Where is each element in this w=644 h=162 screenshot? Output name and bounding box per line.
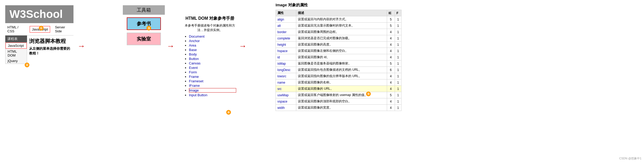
- prop-f: 1: [395, 67, 401, 73]
- table-row: id设置或返回图像的 id。41: [276, 54, 402, 60]
- table-header: 描述: [296, 10, 387, 16]
- table-row: border设置或返回图像周围的边框。41: [276, 29, 402, 35]
- prop-name[interactable]: name: [276, 79, 296, 86]
- props-table: 属性描述IEFalign设置或返回与内联内容的对齐方式。51alt设置或返回无法…: [276, 10, 402, 111]
- prop-ie: 5: [387, 23, 395, 29]
- table-row: longDesc设置或返回指向包含图像描述的文档的 URL。61: [276, 67, 402, 73]
- ref-button[interactable]: 参考书: [127, 17, 161, 30]
- img-props-panel: Image 对象的属性 属性描述IEFalign设置或返回与内联内容的对齐方式。…: [276, 3, 402, 111]
- dom-list-item[interactable]: Frame: [189, 75, 236, 79]
- prop-desc: 返回浏览器是否已完成对图像的加载。: [296, 35, 387, 42]
- table-row: name设置或返回图像的名称。41: [276, 79, 402, 86]
- prop-desc: 设置或返回客户端图像映射的 usemap 属性的值。: [296, 92, 387, 98]
- dom-panel: HTML DOM 对象参考手册 本参考手册描述每个对象的属性和方法，并提供实例。…: [184, 16, 236, 98]
- table-row: src设置或返回图像的 URL。41: [276, 86, 402, 92]
- prop-name[interactable]: lowsrc: [276, 73, 296, 79]
- prop-name[interactable]: useMap: [276, 92, 296, 98]
- prop-desc: 设置或返回图像的宽度。: [296, 105, 387, 111]
- dom-list-item[interactable]: Base: [189, 48, 236, 52]
- prop-f: 1: [395, 23, 401, 29]
- table-row: vspace设置或返回图像的顶部和底部的空白。41: [276, 98, 402, 105]
- dom-list-item[interactable]: Canvas: [189, 61, 236, 65]
- circle-2: ②: [25, 63, 29, 67]
- arrow-2: →: [167, 42, 175, 50]
- prop-ie: 4: [387, 79, 395, 86]
- prop-name[interactable]: longDesc: [276, 67, 296, 73]
- dom-list-item[interactable]: Frameset: [189, 79, 236, 83]
- prop-desc: 设置或返回图像的名称。: [296, 79, 387, 86]
- prop-f: 1: [395, 92, 401, 98]
- prop-desc: 设置或返回无法显示图像时的替代文本。: [296, 23, 387, 29]
- prop-f: 1: [395, 54, 401, 60]
- prop-ie: 5: [387, 60, 395, 67]
- prop-desc: 返回图像是否是服务器端的图像映射。: [296, 60, 387, 67]
- prop-ie: 4: [387, 48, 395, 54]
- prop-ie: 4: [387, 54, 395, 60]
- dom-list-item[interactable]: Anchor: [189, 39, 236, 43]
- prop-name[interactable]: id: [276, 54, 296, 60]
- watermark: CSDN @想象中1: [619, 156, 641, 160]
- img-props-title: Image 对象的属性: [276, 3, 402, 8]
- prop-name[interactable]: isMap: [276, 60, 296, 67]
- prop-desc: 设置或返回指向图像的低分辨率版本的 URL。: [296, 73, 387, 79]
- w3school-logo: W3School: [5, 5, 73, 23]
- main-subtitle: 从左侧的菜单选择你需要的教程！: [29, 46, 71, 56]
- table-row: hspace设置或返回图像左侧和右侧的空白。41: [276, 48, 402, 54]
- prop-f: 1: [395, 42, 401, 48]
- table-row: align设置或返回与内联内容的对齐方式。51: [276, 16, 402, 23]
- table-header: IE: [387, 10, 395, 16]
- dom-list-item[interactable]: Form: [189, 70, 236, 74]
- nav-server-side[interactable]: Server Side: [53, 24, 73, 34]
- sidebar-item-htmldom[interactable]: HTML DOM: [6, 49, 27, 58]
- sidebar-item-javascript[interactable]: JavaScript: [6, 43, 27, 49]
- dom-list-item[interactable]: Document: [189, 34, 236, 38]
- prop-ie: 5: [387, 16, 395, 23]
- arrow-1: →: [77, 42, 85, 50]
- prop-ie: 4: [387, 86, 395, 92]
- prop-ie: 4: [387, 35, 395, 42]
- toolbox-header: 工具箱: [123, 5, 165, 15]
- prop-desc: 设置或返回指向包含图像描述的文档的 URL。: [296, 67, 387, 73]
- prop-desc: 设置或返回图像的 URL。: [296, 86, 387, 92]
- prop-f: 1: [395, 35, 401, 42]
- prop-f: 1: [395, 73, 401, 79]
- prop-desc: 设置或返回图像的顶部和底部的空白。: [296, 98, 387, 105]
- arrow-3: →: [239, 42, 247, 50]
- main-content: 浏览器脚本教程 从左侧的菜单选择你需要的教程！: [27, 36, 73, 64]
- prop-desc: 设置或返回图像周围的边框。: [296, 29, 387, 35]
- prop-f: 1: [395, 48, 401, 54]
- dom-subtitle: 本参考手册描述每个对象的属性和方法，并提供实例。: [184, 23, 236, 32]
- circle-1: ①: [39, 26, 44, 31]
- prop-ie: 4: [387, 29, 395, 35]
- prop-name[interactable]: complete: [276, 35, 296, 42]
- circle-4: ④: [226, 110, 231, 115]
- dom-list-item[interactable]: Input Button: [189, 93, 236, 97]
- prop-name[interactable]: align: [276, 16, 296, 23]
- circle-3: ③: [146, 26, 151, 31]
- prop-desc: 设置或返回图像的 id。: [296, 54, 387, 60]
- prop-name[interactable]: hspace: [276, 48, 296, 54]
- prop-name[interactable]: alt: [276, 23, 296, 29]
- prop-name[interactable]: src: [276, 86, 296, 92]
- dom-list-item[interactable]: Event: [189, 66, 236, 70]
- prop-desc: 设置或返回图像左侧和右侧的空白。: [296, 48, 387, 54]
- dom-list-item[interactable]: IFrame: [189, 84, 236, 88]
- prop-name[interactable]: border: [276, 29, 296, 35]
- table-header: F: [395, 10, 401, 16]
- lab-button[interactable]: 实验室: [127, 33, 161, 45]
- nav-html-css[interactable]: HTML / CSS: [5, 24, 27, 34]
- prop-f: 1: [395, 29, 401, 35]
- dom-list-item[interactable]: Body: [189, 52, 236, 56]
- dom-list-item[interactable]: Image: [189, 88, 236, 93]
- prop-name[interactable]: height: [276, 42, 296, 48]
- toolbox-panel: 工具箱 参考书 实验室: [123, 5, 165, 48]
- sidebar-item-jquery[interactable]: jQuery: [6, 58, 27, 64]
- dom-list-item[interactable]: Button: [189, 57, 236, 61]
- prop-name[interactable]: width: [276, 105, 296, 111]
- prop-desc: 设置或返回与内联内容的对齐方式。: [296, 16, 387, 23]
- prop-f: 1: [395, 60, 401, 67]
- dom-list-item[interactable]: Area: [189, 43, 236, 47]
- prop-name[interactable]: vspace: [276, 98, 296, 105]
- circle-5: ⑤: [366, 92, 371, 96]
- table-row: height设置或返回图像的高度。41: [276, 42, 402, 48]
